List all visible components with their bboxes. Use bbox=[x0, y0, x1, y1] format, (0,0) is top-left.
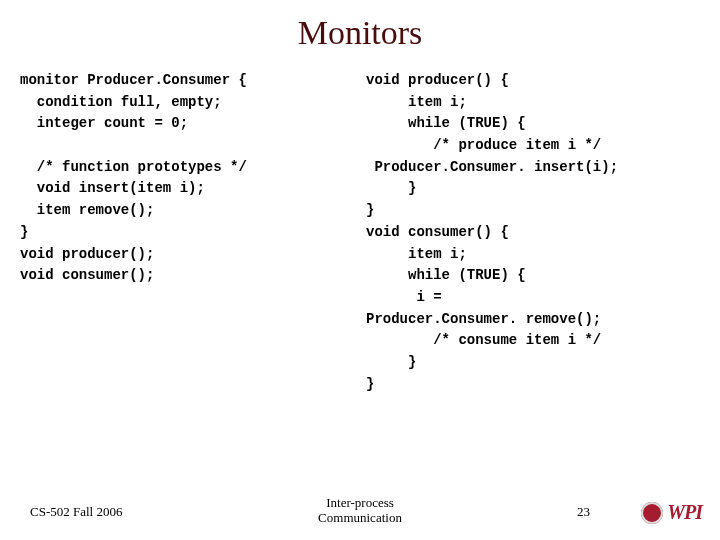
footer-center-line1: Inter-process bbox=[326, 495, 394, 510]
footer-logo: WPI bbox=[641, 501, 702, 524]
wpi-seal-icon bbox=[641, 502, 663, 524]
code-area: monitor Producer.Consumer { condition fu… bbox=[20, 70, 700, 490]
footer-center-line2: Communication bbox=[318, 510, 402, 525]
slide-title: Monitors bbox=[0, 14, 720, 52]
footer: CS-502 Fall 2006 Inter-process Communica… bbox=[0, 486, 720, 526]
slide: Monitors monitor Producer.Consumer { con… bbox=[0, 0, 720, 540]
footer-page-number: 23 bbox=[577, 504, 590, 520]
code-left-column: monitor Producer.Consumer { condition fu… bbox=[20, 70, 360, 490]
code-right-column: void producer() { item i; while (TRUE) {… bbox=[360, 70, 700, 490]
wpi-wordmark: WPI bbox=[667, 501, 702, 524]
footer-center: Inter-process Communication bbox=[0, 496, 720, 526]
